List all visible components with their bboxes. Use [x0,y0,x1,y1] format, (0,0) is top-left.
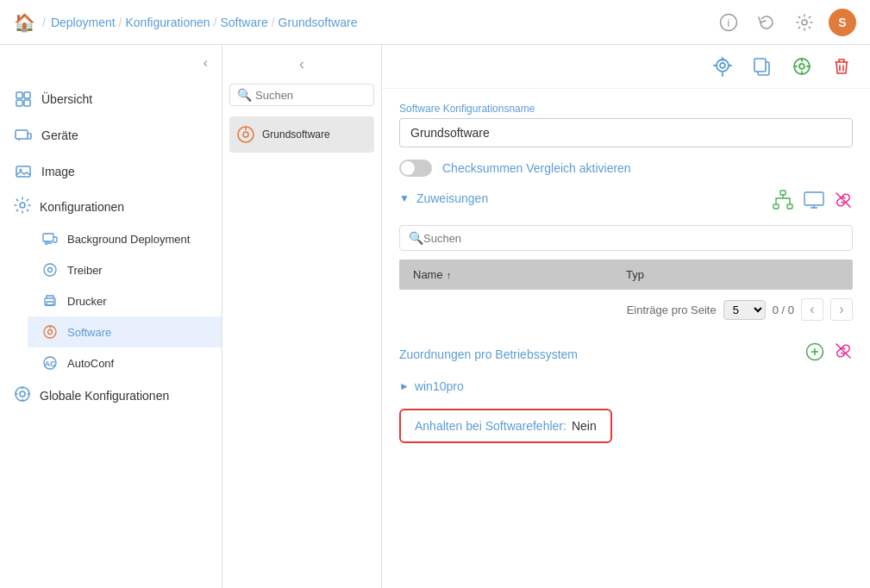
svg-point-28 [717,59,729,72]
sidebar-item-image[interactable]: Image [0,153,222,190]
zuweisungen-screen-icon[interactable] [803,189,825,216]
panel-back-area: ‹ [229,55,374,73]
per-page-select[interactable]: 5 10 25 [723,300,766,320]
os-unlink-icon[interactable] [834,341,853,367]
sidebar-item-autoconf[interactable]: AC AutoConf [28,347,222,378]
sidebar-collapse-button[interactable]: ‹ [203,55,208,71]
toolbar-delete-icon[interactable] [827,52,856,81]
sidebar-item-uebersicht[interactable]: Übersicht [0,81,222,117]
os-add-icon[interactable] [804,341,825,367]
svg-rect-11 [43,234,53,241]
sidebar-label-autoconf: AutoConf [67,357,114,370]
assign-search-input[interactable] [423,232,843,245]
svg-point-26 [243,132,248,137]
sidebar-label-image: Image [41,165,75,178]
per-page-label: Einträge pro Seite [627,303,717,316]
svg-rect-34 [780,191,786,195]
sidebar-item-globale-konfigurationen[interactable]: Globale Konfigurationen [0,378,222,412]
breadcrumb-software[interactable]: Software [220,16,267,29]
error-stop-box: Anhalten bei Softwarefehler: Nein [399,409,612,443]
svg-rect-7 [16,130,28,139]
right-panel: Software Konfigurationsname Checksummen … [382,45,870,588]
assign-search-icon: 🔍 [409,231,423,245]
sidebar-label-globale-konfigurationen: Globale Konfigurationen [40,389,169,403]
os-section-title: Zuordnungen pro Betriebssystem [399,347,578,361]
middle-panel: ‹ 🔍 Grundsoftware [222,45,382,588]
home-icon[interactable]: 🏠 [14,12,35,33]
breadcrumb-konfigurationen[interactable]: Konfigurationen [125,16,210,29]
sidebar-item-treiber[interactable]: Treiber [28,254,222,285]
sidebar-label-bg-deployment: Background Deployment [67,233,190,246]
search-input[interactable] [255,89,366,102]
field-konfigurationsname-input[interactable] [399,118,853,147]
svg-rect-37 [804,192,823,205]
svg-rect-4 [24,92,30,98]
sidebar-label-software: Software [67,326,111,339]
checksummen-toggle[interactable] [399,160,432,177]
refresh-icon[interactable] [753,9,780,36]
page-next-button[interactable]: › [830,298,853,321]
sidebar-item-geraete[interactable]: Geräte [0,117,222,153]
table-header: Name ↑ Typ [399,260,853,290]
sidebar-sub-konfigurationen: Background Deployment Treiber Drucker [0,223,222,378]
zuweisungen-header: ▼ Zuweisungen [399,191,488,205]
svg-rect-3 [16,92,22,98]
svg-rect-6 [24,100,30,106]
svg-point-24 [20,391,25,397]
breadcrumb: Deployment / Konfigurationen / Software … [51,16,715,29]
sidebar-label-geraete: Geräte [41,128,78,142]
error-stop-value: Nein [572,419,597,433]
os-section-icons [804,341,853,367]
zuweisungen-section: ▼ Zuweisungen [399,189,853,216]
treiber-icon [41,261,59,278]
breadcrumb-sep1: / [42,16,46,29]
user-avatar[interactable]: S [829,9,856,36]
os-item-arrow: ► [399,380,410,392]
software-icon [41,323,59,341]
zuweisungen-network-icon[interactable] [772,189,794,216]
info-icon[interactable]: i [715,9,742,36]
settings-icon[interactable] [791,9,818,36]
svg-text:i: i [728,16,730,29]
zuweisungen-unlink-icon[interactable] [834,191,853,215]
svg-rect-5 [16,100,22,106]
search-box: 🔍 [229,84,374,106]
os-item-win10pro[interactable]: ► win10pro [399,376,853,397]
toolbar-export-icon[interactable] [787,52,817,81]
checksummen-toggle-row: Checksummen Vergleich aktivieren [399,160,853,177]
config-item-grundsoftware[interactable]: Grundsoftware [229,116,374,153]
svg-point-2 [802,20,807,25]
svg-point-14 [48,268,53,272]
geraete-icon [14,126,33,145]
toolbar-scan-icon[interactable] [708,52,737,81]
page-prev-button[interactable]: ‹ [801,298,823,321]
sidebar-item-drucker[interactable]: Drucker [28,285,222,316]
svg-point-29 [720,63,725,68]
svg-rect-31 [754,59,766,72]
sidebar: ‹ Übersicht Geräte Image [0,45,222,588]
main-layout: ‹ Übersicht Geräte Image [0,45,870,588]
sidebar-item-software[interactable]: Software [28,316,222,347]
panel-back-button[interactable]: ‹ [299,55,304,73]
svg-point-19 [48,330,53,335]
pagination-row: Einträge pro Seite 5 10 25 0 / 0 ‹ › [399,290,853,329]
svg-point-17 [53,300,55,302]
svg-text:AC: AC [45,360,56,368]
sidebar-label-konfigurationen: Konfigurationen [40,200,124,214]
breadcrumb-deployment[interactable]: Deployment [51,16,116,29]
toolbar-copy-icon[interactable] [748,52,777,81]
search-icon: 🔍 [237,88,252,102]
svg-point-12 [46,242,48,245]
sidebar-item-konfigurationen[interactable]: Konfigurationen [0,190,222,223]
sidebar-item-background-deployment[interactable]: Background Deployment [28,223,222,254]
globale-konfigurationen-icon [14,385,31,405]
os-item-label: win10pro [415,379,464,393]
svg-point-33 [799,64,804,69]
svg-point-10 [20,203,25,208]
assign-search: 🔍 [399,225,853,251]
sidebar-label-uebersicht: Übersicht [41,92,92,106]
svg-point-9 [20,169,22,172]
table-col-typ: Typ [626,268,839,281]
config-item-icon [236,125,255,144]
drucker-icon [41,292,59,310]
